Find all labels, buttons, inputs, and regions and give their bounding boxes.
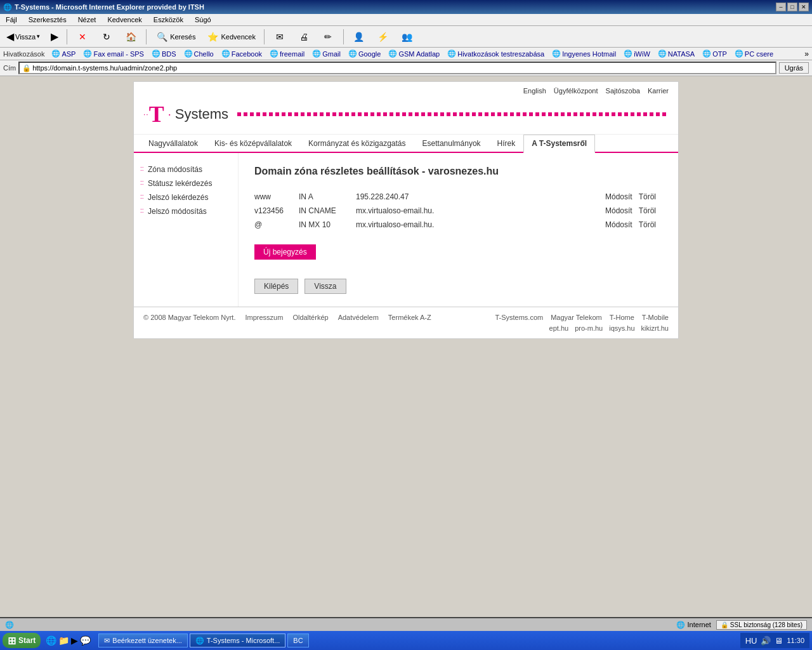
back-label: Vissza [15,33,36,41]
fav-gmail[interactable]: 🌐Gmail [309,49,344,58]
nav-kormanyzat[interactable]: Kormányzat és közigazgatás [300,135,414,152]
menu-file[interactable]: Fájl [3,15,20,24]
forward-button[interactable]: ▶ [48,29,62,44]
taskbar-item-tsystems[interactable]: 🌐 T-Systems - Microsoft... [190,633,286,647]
search-button[interactable]: 🔍 Keresés [152,28,199,46]
dns-table: www IN A 195.228.240.47 Módosít Töröl v1… [254,190,662,232]
footer-adatvédelem[interactable]: Adatvédelem [338,314,379,321]
ssl-label: SSL biztonság (128 bites) [730,621,802,628]
sidebar-jelszo-modositas[interactable]: Jelszó módosítás [140,204,232,218]
dns-row1-delete[interactable]: Töröl [639,192,656,201]
footer-t-mobile[interactable]: T-Mobile [642,314,669,321]
lock-status-icon: 🔒 [721,621,728,628]
menu-edit[interactable]: Szerkesztés [26,15,69,24]
dns-row3-edit[interactable]: Módosít [605,220,632,229]
status-bar: 🌐 🌐 Internet 🔒 SSL biztonság (128 bites) [0,617,812,631]
favbar-extend[interactable]: » [804,50,809,58]
fav-iwiw[interactable]: 🌐iWiW [620,49,653,58]
dns-row2-delete[interactable]: Töröl [639,206,656,215]
zone-icon: 🌐 [676,621,685,629]
sidebar-zona-modositas[interactable]: Zóna módosítás [140,162,232,176]
taskbar-item-bc[interactable]: BC [287,633,308,647]
dns-row3-delete[interactable]: Töröl [639,220,656,229]
taskbar-media-icon[interactable]: ▶ [71,635,78,646]
footer-tsystems-com[interactable]: T-Systems.com [495,314,543,321]
messenger-button[interactable]: 👤 [349,28,369,46]
footer-termekek[interactable]: Termékek A-Z [388,314,431,321]
fav-google[interactable]: 🌐Google [345,49,384,58]
dns-row1-edit[interactable]: Módosít [605,192,632,201]
start-button[interactable]: ⊞ Start [3,633,41,648]
new-entry-button[interactable]: Új bejegyzés [254,244,316,260]
sidebar-status-lekerdezés[interactable]: Státusz lekérdezés [140,176,232,190]
exit-button[interactable]: Kilépés [254,279,298,294]
fav-otp[interactable]: 🌐OTP [699,49,730,58]
taskbar-item-mail-label: Beérkezett üzenetek... [112,637,181,644]
fav-asp[interactable]: 🌐ASP [48,49,79,58]
fav-chello[interactable]: 🌐Chello [181,49,217,58]
fav-bds[interactable]: 🌐BDS [148,49,180,58]
ts-main: Domain zóna részletes beállítások - varo… [239,153,678,307]
header-link-sajtoszoba[interactable]: Sajtószoba [606,87,640,95]
systray-speaker-icon[interactable]: 🔊 [761,636,771,646]
print-button[interactable]: 🖨 [294,28,314,46]
taskbar-item-mail[interactable]: ✉ Beérkezett üzenetek... [98,633,187,647]
sidebar-jelszo-lekerdezes[interactable]: Jelszó lekérdezés [140,190,232,204]
fav-facebook[interactable]: 🌐Facebook [218,49,265,58]
refresh-button[interactable]: ↻ [96,28,117,46]
nav-hirek[interactable]: Hírek [489,135,524,152]
back-button-form[interactable]: Vissza [304,279,346,294]
stop-button[interactable]: ✕ [72,28,93,46]
fav-hotmail[interactable]: 🌐Ingyenes Hotmail [549,49,619,58]
nav-tsystemsrol[interactable]: A T-Systemsről [523,135,595,153]
fav-natasa[interactable]: 🌐NATASA [655,49,698,58]
address-input-wrapper[interactable]: 🔒 https://domain.t-systems.hu/uadmin/zon… [18,62,776,74]
zone-label: Internet [688,621,711,628]
taskbar-folder-icon[interactable]: 📁 [58,635,69,646]
menu-help[interactable]: Súgó [192,15,214,24]
header-link-ugyfelkozpont[interactable]: Ügyfélközpont [554,87,598,95]
footer-kikizrt[interactable]: kikizrt.hu [641,324,669,332]
header-link-english[interactable]: English [523,87,546,95]
menu-tools[interactable]: Eszközök [151,15,186,24]
nav-nagyvallalatok[interactable]: Nagyvállalatok [140,135,206,152]
nav-kis-vallalatok[interactable]: Kis- és középvállalatok [206,135,300,152]
footer-oldalterekep[interactable]: Oldaltérkép [292,314,328,321]
header-link-karrier[interactable]: Karrier [648,87,669,95]
people-button[interactable]: 👥 [397,28,417,46]
menu-view[interactable]: Nézet [75,15,99,24]
fav-pc[interactable]: 🌐PC csere [731,49,776,58]
footer-pro-m[interactable]: pro-m.hu [575,324,603,332]
logo-dot-mid: · [168,108,171,121]
fav-facebook-icon: 🌐 [221,50,230,58]
fav-gsm[interactable]: 🌐GSM Adatlap [385,49,443,58]
separator-1 [67,29,67,44]
taskbar-msg-icon[interactable]: 💬 [80,635,91,646]
taskbar-ie-icon[interactable]: 🌐 [46,635,56,646]
favorites-button[interactable]: ⭐ Kedvencek [202,28,258,46]
dns-row2-edit[interactable]: Módosít [605,206,632,215]
footer-t-home[interactable]: T-Home [610,314,634,321]
back-button[interactable]: ◀ Vissza ▼ [3,29,44,44]
home-button[interactable]: 🏠 [121,28,141,46]
footer-impresszum[interactable]: Impresszum [245,314,283,321]
close-button[interactable]: ✕ [799,3,809,11]
minimize-button[interactable]: – [776,3,786,11]
edit-button[interactable]: ✏ [318,28,338,46]
address-bar: Cím 🔒 https://domain.t-systems.hu/uadmin… [0,60,812,76]
fav-custom[interactable]: 🌐Hivatkozások testreszabása [444,49,547,58]
maximize-button[interactable]: □ [787,3,797,11]
nav-esettanulmanyok[interactable]: Esettanulmányok [414,135,489,152]
systray-network-icon[interactable]: 🖥 [775,636,783,646]
go-button[interactable]: Ugrás [779,62,809,74]
fav-freemail[interactable]: 🌐freemail [266,49,308,58]
menu-favorites[interactable]: Kedvencek [105,15,144,24]
footer-magyar-telekom[interactable]: Magyar Telekom [551,314,602,321]
logo-systems: Systems [175,106,228,123]
edit-icon: ✏ [321,30,335,44]
fav-fax[interactable]: 🌐Fax email - SPS [80,49,147,58]
footer-ept[interactable]: ept.hu [549,324,569,332]
footer-iqsys[interactable]: iqsys.hu [609,324,634,332]
mail-button[interactable]: ✉ [270,28,290,46]
bluetooth-button[interactable]: ⚡ [373,28,393,46]
